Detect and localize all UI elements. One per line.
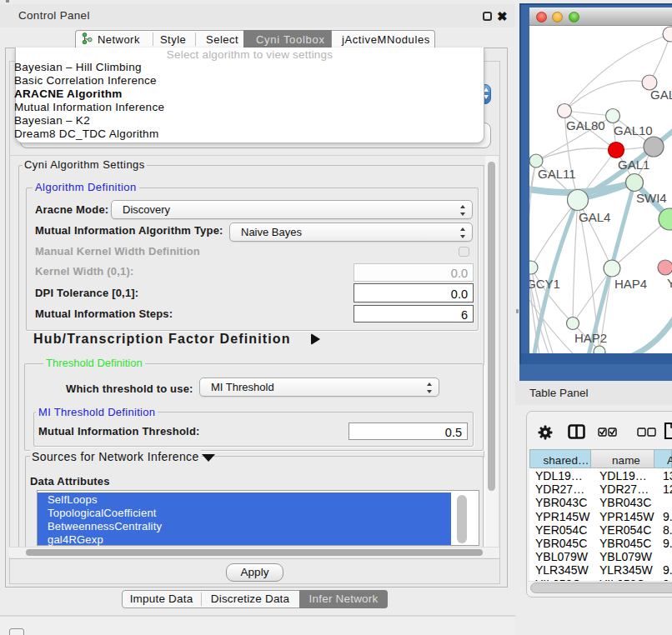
svg-text:GAL80: GAL80 — [566, 118, 605, 132]
svg-text:GAL11: GAL11 — [538, 167, 576, 181]
svg-text:HAP2: HAP2 — [574, 331, 607, 345]
svg-text:Y: Y — [667, 276, 672, 290]
svg-text:GAL1: GAL1 — [618, 158, 649, 172]
svg-text:GAL4: GAL4 — [579, 210, 610, 224]
svg-text:GCY1: GCY1 — [529, 277, 560, 291]
svg-text:SWI4: SWI4 — [636, 191, 667, 205]
svg-text:GAL10: GAL10 — [614, 123, 653, 138]
svg-text:GAL: GAL — [650, 88, 672, 102]
svg-text:HAP4: HAP4 — [614, 277, 647, 291]
